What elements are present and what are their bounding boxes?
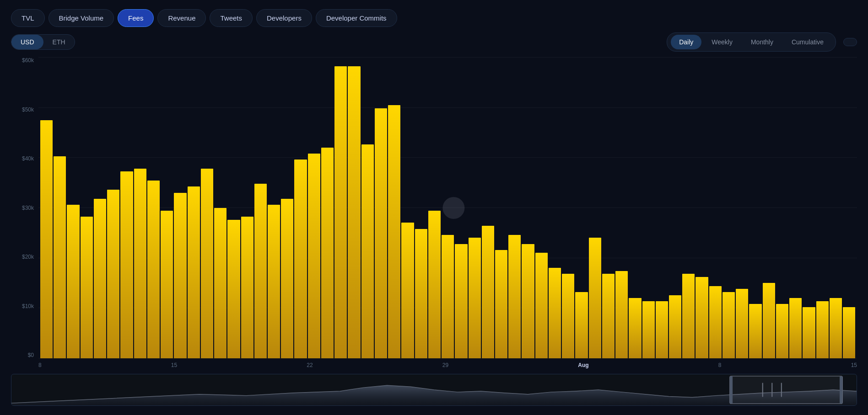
bar-jul-23[interactable] xyxy=(334,66,347,358)
bar-aug-25[interactable] xyxy=(776,304,788,358)
y-axis-label: $60k xyxy=(22,57,34,64)
bar-jul-8[interactable] xyxy=(134,169,146,358)
bar-aug-27[interactable] xyxy=(803,307,815,358)
y-axis-label: $10k xyxy=(22,303,34,309)
currency-group: USDETH xyxy=(11,34,75,50)
bar-aug-10[interactable] xyxy=(575,292,588,358)
bar-jul-25[interactable] xyxy=(361,144,374,358)
bar-aug-7[interactable] xyxy=(535,253,548,358)
bar-aug-6[interactable] xyxy=(522,244,534,358)
bar-jul-15[interactable] xyxy=(227,220,240,358)
bar-aug-24[interactable] xyxy=(763,283,775,358)
tab-tweets[interactable]: Tweets xyxy=(210,9,253,27)
bar-jul-9[interactable] xyxy=(147,181,160,358)
bar-aug-18[interactable] xyxy=(682,274,695,358)
bar-jul-20[interactable] xyxy=(294,160,307,358)
bar-aug-21[interactable] xyxy=(722,292,735,358)
bar-aug-29[interactable] xyxy=(830,298,842,358)
x-axis-label: Aug xyxy=(578,362,588,368)
tab-bar: TVLBridge VolumeFeesRevenueTweetsDevelop… xyxy=(11,9,857,27)
bar-jul-21[interactable] xyxy=(308,154,320,358)
timeframe-monthly[interactable]: Monthly xyxy=(743,35,782,49)
bar-jul-28[interactable] xyxy=(401,223,414,358)
bar-jul-3[interactable] xyxy=(67,205,79,358)
bar-aug-20[interactable] xyxy=(709,286,722,358)
currency-eth[interactable]: ETH xyxy=(43,35,75,49)
bar-jul-1[interactable] xyxy=(40,120,53,358)
y-axis-label: $40k xyxy=(22,155,34,162)
bar-jul-11[interactable] xyxy=(174,193,186,358)
x-axis-label: 8 xyxy=(38,362,42,368)
bar-aug-30[interactable] xyxy=(843,307,855,358)
range-selector[interactable] xyxy=(11,374,857,406)
main-container: TVLBridge VolumeFeesRevenueTweetsDevelop… xyxy=(0,0,868,415)
bar-jul-5[interactable] xyxy=(94,199,106,358)
bar-aug-2[interactable] xyxy=(469,238,481,358)
x-axis-label: 15 xyxy=(171,362,177,368)
x-axis-label: 22 xyxy=(307,362,313,368)
y-axis-label: $0 xyxy=(28,352,34,358)
currency-usd[interactable]: USD xyxy=(11,35,43,49)
bar-jul-16[interactable] xyxy=(241,217,253,358)
bar-jul-2[interactable] xyxy=(54,156,66,358)
bar-jul-17[interactable] xyxy=(254,184,267,358)
tab-fees[interactable]: Fees xyxy=(118,9,154,27)
bars-and-grid xyxy=(38,57,857,358)
x-labels: 8152229Aug815 xyxy=(38,360,857,370)
bar-aug-14[interactable] xyxy=(629,298,641,358)
x-axis-label: 15 xyxy=(851,362,857,368)
bar-aug-28[interactable] xyxy=(816,301,829,358)
bar-jul-7[interactable] xyxy=(120,171,133,358)
bar-aug-11[interactable] xyxy=(589,238,601,358)
bar-aug-9[interactable] xyxy=(562,274,574,358)
bar-jul-13[interactable] xyxy=(201,169,213,358)
bar-aug-5[interactable] xyxy=(508,235,521,358)
bars-container xyxy=(38,57,857,358)
bar-jul-4[interactable] xyxy=(81,217,93,358)
bar-jul-18[interactable] xyxy=(268,205,280,358)
bar-jul-22[interactable] xyxy=(321,148,334,358)
timeframe-weekly[interactable]: Weekly xyxy=(703,35,741,49)
bar-aug-8[interactable] xyxy=(549,268,561,358)
bar-aug-13[interactable] xyxy=(615,271,628,358)
svg-rect-1 xyxy=(730,376,842,404)
bar-aug-12[interactable] xyxy=(602,274,615,358)
bar-jul-6[interactable] xyxy=(107,190,119,358)
bar-jul-26[interactable] xyxy=(375,108,387,358)
bar-jul-31[interactable] xyxy=(442,235,454,358)
bar-aug-17[interactable] xyxy=(669,295,681,358)
bar-jul-24[interactable] xyxy=(348,66,360,358)
bar-jul-19[interactable] xyxy=(281,199,293,358)
bar-aug-22[interactable] xyxy=(736,289,748,358)
bar-aug-4[interactable] xyxy=(495,250,507,358)
bar-jul-30[interactable] xyxy=(428,211,441,358)
y-axis: $60k$50k$40k$30k$20k$10k$0 xyxy=(11,57,38,372)
time-group: DailyWeeklyMonthlyCumulative xyxy=(667,32,836,52)
bar-aug-19[interactable] xyxy=(695,277,708,358)
tab-bridge-volume[interactable]: Bridge Volume xyxy=(49,9,114,27)
tab-tvl[interactable]: TVL xyxy=(11,9,45,27)
timeframe-daily[interactable]: Daily xyxy=(671,35,701,49)
bar-aug-15[interactable] xyxy=(642,301,655,358)
x-axis-label: 29 xyxy=(442,362,448,368)
y-axis-label: $20k xyxy=(22,254,34,260)
tab-developer-commits[interactable]: Developer Commits xyxy=(316,9,397,27)
y-axis-label: $30k xyxy=(22,205,34,211)
bar-aug-3[interactable] xyxy=(482,226,494,358)
bar-jul-27[interactable] xyxy=(388,105,400,358)
bar-aug-23[interactable] xyxy=(749,304,761,358)
timeframe-cumulative[interactable]: Cumulative xyxy=(783,35,832,49)
embed-button[interactable] xyxy=(843,38,857,46)
bar-jul-10[interactable] xyxy=(161,211,173,358)
svg-rect-6 xyxy=(840,376,842,404)
tab-developers[interactable]: Developers xyxy=(256,9,312,27)
bar-aug-16[interactable] xyxy=(656,301,668,358)
chart-area: $60k$50k$40k$30k$20k$10k$0 8152229Aug xyxy=(11,57,857,372)
svg-rect-5 xyxy=(730,376,733,404)
bar-aug-26[interactable] xyxy=(789,298,802,358)
bar-jul-14[interactable] xyxy=(214,208,226,359)
bar-jul-29[interactable] xyxy=(415,229,427,358)
bar-jul-12[interactable] xyxy=(188,186,200,358)
bar-aug-1[interactable] xyxy=(455,244,467,358)
tab-revenue[interactable]: Revenue xyxy=(157,9,206,27)
